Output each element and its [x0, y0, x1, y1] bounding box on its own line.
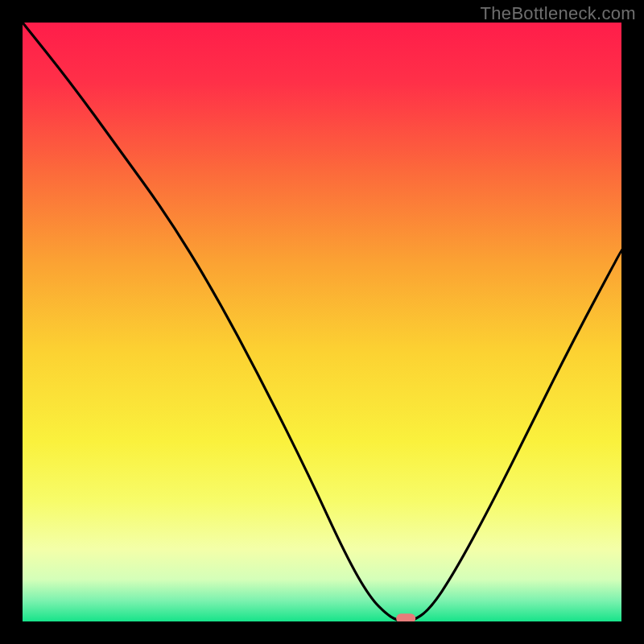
optimum-marker	[396, 613, 415, 621]
chart-svg	[23, 23, 621, 621]
watermark-text: TheBottleneck.com	[481, 3, 636, 24]
chart-frame: TheBottleneck.com	[0, 0, 644, 644]
plot-area	[23, 23, 621, 621]
gradient-background	[23, 23, 621, 621]
